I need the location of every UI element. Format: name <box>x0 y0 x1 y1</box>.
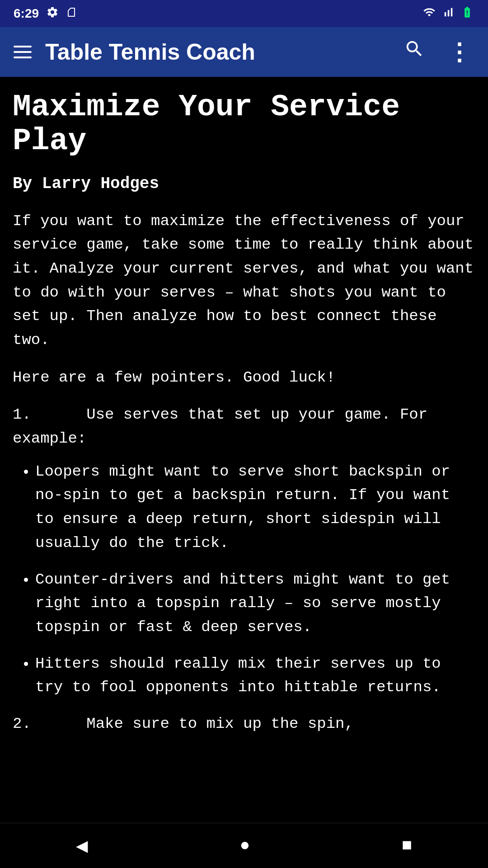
search-button[interactable] <box>399 34 429 70</box>
status-bar: 6:29 <box>0 0 488 27</box>
bullet-item-2: Counter-drivers and hitters might want t… <box>35 568 475 639</box>
article-intro: If you want to maximize the effectivenes… <box>13 209 475 352</box>
point-2-label: 2. <box>13 715 31 732</box>
app-bar: Table Tennis Coach ⋮ <box>0 27 488 77</box>
article-title: Maximize Your Service Play <box>13 90 475 158</box>
point-1: 1. Use serves that set up your game. For… <box>13 403 475 450</box>
wifi-icon <box>422 6 436 22</box>
point-1-text: Use serves that set up your game. For ex… <box>13 406 427 447</box>
status-left: 6:29 <box>14 6 77 22</box>
point-2-text: Make sure to mix up the spin, <box>86 715 354 732</box>
bullet-list: Loopers might want to serve short backsp… <box>26 460 475 699</box>
article-goodluck: Here are a few pointers. Good luck! <box>13 366 475 390</box>
battery-icon <box>460 6 474 22</box>
back-button[interactable]: ◀ <box>58 829 106 863</box>
settings-icon <box>46 6 59 22</box>
bullet-item-3: Hitters should really mix their serves u… <box>35 652 475 699</box>
more-options-button[interactable]: ⋮ <box>443 34 474 70</box>
bullet-item-1: Loopers might want to serve short backsp… <box>35 460 475 555</box>
status-time: 6:29 <box>14 6 39 21</box>
sim-card-icon <box>66 6 77 22</box>
point-2: 2. Make sure to mix up the spin, <box>13 712 475 736</box>
nav-bar: ◀ ● ■ <box>0 823 488 868</box>
signal-icon <box>442 6 455 22</box>
article-content: Maximize Your Service Play By Larry Hodg… <box>0 77 488 823</box>
app-title: Table Tennis Coach <box>45 39 386 65</box>
status-right <box>422 6 474 22</box>
menu-button[interactable] <box>14 46 32 58</box>
point-1-label: 1. <box>13 406 31 423</box>
recent-button[interactable]: ■ <box>384 831 430 860</box>
article-author: By Larry Hodges <box>13 175 475 193</box>
home-button[interactable]: ● <box>221 831 268 860</box>
